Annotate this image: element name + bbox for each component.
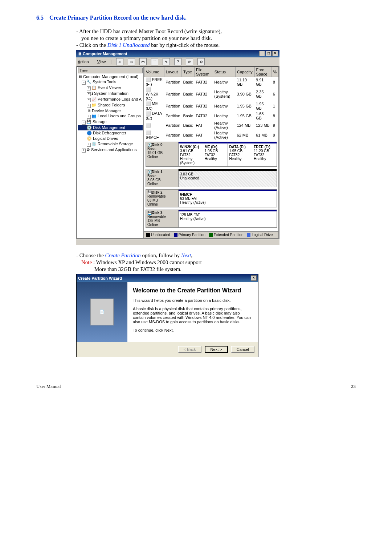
wizard-p3: To continue, click Next. [133, 328, 253, 332]
maximize-button[interactable]: □ [266, 51, 271, 56]
partition[interactable]: WIN2K (C:)3.91 GB FAT32Healthy (System) [179, 142, 203, 166]
menu-action[interactable]: Action [78, 60, 93, 64]
col-fs[interactable]: File System [194, 67, 213, 77]
disk-graphic-area: 💽Disk 0Basic19.01 GBOnlineWIN2K (C:)3.91… [144, 140, 278, 231]
disk-info: 💽Disk 1Basic3.03 GBOnline [146, 169, 178, 187]
wizard-sidebar: 📄 [77, 282, 127, 342]
bullet-1: - After the HDD has created Master Boot … [76, 28, 356, 35]
table-row[interactable]: ⬜ ME (D:)PartitionBasicFAT32Healthy1.95 … [144, 101, 278, 111]
mid-1: - Choose the Create Partition option, fo… [76, 252, 356, 259]
tree-shared[interactable]: +📁 Shared Folders [78, 102, 143, 108]
legend: Unallocated Primary Partition Extended P… [144, 231, 278, 238]
nav-back-icon[interactable]: ⇐ [116, 58, 123, 65]
wizard-graphic-icon: 📄 [90, 299, 114, 325]
col-volume[interactable]: Volume [144, 67, 164, 77]
help-icon[interactable]: ? [174, 58, 181, 65]
view-icon[interactable]: ☷ [151, 58, 158, 65]
col-free[interactable]: Free Space [254, 67, 271, 77]
bullet-1b: you nee to create a primary partition on… [76, 35, 356, 41]
tree-users[interactable]: +👥 Local Users and Groups [78, 113, 143, 119]
partition[interactable]: DATA (E:)1.95 GB FAT32Healthy [228, 142, 252, 166]
footer-page: 23 [351, 384, 356, 389]
cancel-button[interactable]: Cancel [231, 346, 254, 353]
col-capacity[interactable]: Capacity [236, 67, 254, 77]
table-row[interactable]: ⬜ 64MCFPartitionBasicFATHealthy (Active)… [144, 130, 278, 140]
mid-3: More than 32GB for FAT32 file system. [76, 266, 356, 272]
tree-diskmgmt[interactable]: 💽 Disk Management [78, 125, 143, 130]
disk-bar[interactable]: WIN2K (C:)3.91 GB FAT32Healthy (System)M… [178, 142, 277, 167]
disk-info: 💾Disk 3Removable125 MBOnline [146, 210, 178, 228]
cm-titlebar[interactable]: 🖥 Computer Management _ □ × [76, 50, 279, 57]
back-button: < Back [178, 346, 201, 353]
minimize-button[interactable]: _ [259, 51, 265, 56]
wizard-p2: A basic disk is a physical disk that con… [133, 307, 253, 324]
tree-tab[interactable]: Tree [78, 68, 143, 73]
bullet-2: - Click on the Disk 1 Unallocated bar by… [76, 42, 356, 48]
tree-perf[interactable]: +📈 Performance Logs and A [78, 97, 143, 102]
disk-bar[interactable]: 125 MB FATHealthy (Active) [178, 210, 277, 228]
partition[interactable]: 64MCF63 MB FATHealthy (Active) [179, 190, 277, 207]
up-icon[interactable]: 🗀 [139, 58, 147, 65]
tree-defrag[interactable]: 🔵 Disk Defragmenter [78, 130, 143, 136]
col-type[interactable]: Type [182, 67, 195, 77]
mid-2: Note : Windows XP and Windows 2000 canno… [76, 259, 356, 266]
tree-event[interactable]: +📋 Event Viewer [78, 85, 143, 91]
tree-removable[interactable]: +💿 Removable Storage [78, 141, 143, 147]
tree-sysinfo[interactable]: +ℹ System Information [78, 91, 143, 97]
tree-services[interactable]: +⚙ Services and Applications [78, 147, 143, 153]
tree-devmgr[interactable]: 🖥 Device Manager [78, 108, 143, 113]
cm-menubar: Action View | ⇐ ⇒ 🗀 ☷ ✎ ? ⟳ ⚙ [76, 57, 279, 66]
disk-info: 💽Disk 0Basic19.01 GBOnline [146, 142, 178, 167]
wizard-title: Create Partition Wizard [78, 276, 122, 280]
disk-bar[interactable]: 64MCF63 MB FATHealthy (Active) [178, 189, 277, 207]
tree-root[interactable]: 🖥 Computer Management (Local) [78, 74, 143, 79]
prop-icon[interactable]: ✎ [163, 58, 170, 65]
disk-bar[interactable]: 3.03 GBUnallocated [178, 169, 277, 187]
table-row[interactable]: ⬜ PartitionBasicFATHealthy (Active)124 M… [144, 121, 278, 130]
menu-view[interactable]: View [97, 60, 106, 64]
wizard-main: Welcome to the Create Partition Wizard T… [127, 282, 258, 342]
section-title: Create Primary Partition Record on the n… [49, 15, 187, 21]
footer-left: User Manual [36, 384, 61, 389]
partition[interactable]: FREE (F:)11.20 GB FAT32Healthy [252, 142, 277, 166]
col-pct[interactable]: % [271, 67, 278, 77]
volume-table: Volume Layout Type File System Status Ca… [144, 67, 278, 140]
next-button[interactable]: Next > [205, 346, 228, 353]
partition[interactable]: ME (D:)1.95 GB FAT32Healthy [203, 142, 228, 166]
statusbar [76, 239, 279, 245]
refresh-icon[interactable]: ⟳ [186, 58, 193, 65]
section-number: 6.5 [36, 15, 44, 21]
close-button[interactable]: × [272, 51, 278, 56]
wizard-close-button[interactable]: × [251, 275, 257, 281]
wizard-heading: Welcome to the Create Partition Wizard [133, 287, 253, 294]
partition-unallocated[interactable]: 3.03 GBUnallocated [179, 169, 277, 187]
tree-pane: Tree 🖥 Computer Management (Local) −🔧 Sy… [77, 66, 144, 238]
table-row[interactable]: ⬜ FREE (F:)PartitionBasicFAT32Healthy11.… [144, 77, 278, 87]
wizard-p1: This wizard helps you create a partition… [133, 298, 253, 303]
partition[interactable]: 125 MB FATHealthy (Active) [179, 210, 277, 227]
wizard-icon[interactable]: ⚙ [197, 58, 205, 65]
col-layout[interactable]: Layout [164, 67, 181, 77]
disk-info: 💾Disk 2Removable63 MBOnline [146, 189, 178, 207]
tree-logical[interactable]: 📀 Logical Drives [78, 136, 143, 141]
cm-title: 🖥 Computer Management [78, 52, 127, 56]
tree-storage[interactable]: −💾 Storage [78, 119, 143, 125]
col-status[interactable]: Status [213, 67, 235, 77]
nav-fwd-icon[interactable]: ⇒ [128, 58, 135, 65]
tree-systools[interactable]: −🔧 System Tools [78, 79, 143, 85]
table-row[interactable]: ⬜ WIN2K (C:)PartitionBasicFAT32Healthy (… [144, 87, 278, 101]
table-row[interactable]: ⬜ DATA (E:)PartitionBasicFAT32Healthy1.9… [144, 111, 278, 121]
wizard-titlebar[interactable]: Create Partition Wizard × [77, 274, 258, 282]
